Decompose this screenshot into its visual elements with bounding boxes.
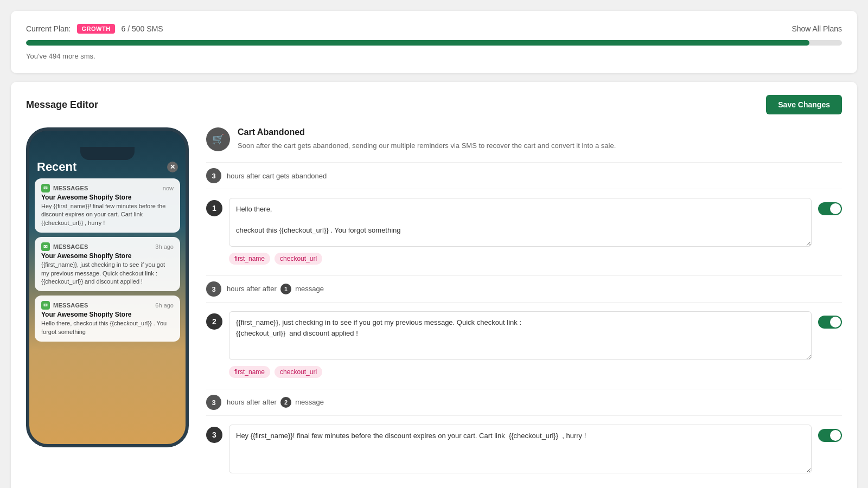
message-num-badge-2: 2 [206,313,222,330]
cart-abandoned-description: Soon after the cart gets abandoned, send… [238,140,616,151]
tag-row-2: first_name checkout_url [229,366,812,378]
editor-title: Message Editor [26,99,98,111]
notif-time-2: 3h ago [155,243,174,250]
timing-msg-num-2: 1 [280,284,291,294]
notif-text-3: Hello there, checkout this {{checkout_ur… [41,319,174,336]
tag-checkout-url-2[interactable]: checkout_url [275,366,322,378]
phone-notifications: Recent ✕ ✉ MESSAGES now Your Awesome Sho [35,147,180,346]
notif-text-2: {{first_name}}, just checking in to see … [41,261,174,286]
message-textarea-wrapper-2: {{first_name}}, just checking in to see … [229,311,812,378]
notif-store-2: Your Awesome Shopify Store [41,252,174,260]
notif-app-label-2: MESSAGES [53,243,88,250]
phone-screen: Recent ✕ ✉ MESSAGES now Your Awesome Sho [29,131,186,444]
timing-text-1: hours after cart gets abandoned [227,172,327,180]
timing-text-3: hours after after 2 message [227,397,324,408]
toggle-2[interactable] [818,316,842,329]
notif-app-2: ✉ MESSAGES [41,242,88,251]
show-all-plans-link[interactable]: Show All Plans [792,24,842,33]
toggle-track-3[interactable] [818,429,842,442]
phone-recent-label: Recent ✕ [35,160,180,174]
timing-row-3: 3 hours after after 2 message [206,389,842,416]
editor-header: Message Editor Save Changes [26,95,842,114]
notif-app-3: ✉ MESSAGES [41,301,88,310]
message-textarea-wrapper-1: Hello there, checkout this {{checkout_ur… [229,198,812,265]
message-num-badge-3: 3 [206,427,222,443]
notif-app-label-3: MESSAGES [53,302,88,309]
plan-sms-usage: 6 / 500 SMS [122,24,163,33]
toggle-3[interactable] [818,429,842,442]
messages-icon-1: ✉ [41,184,50,192]
save-changes-button[interactable]: Save Changes [766,95,842,114]
cart-abandoned-title: Cart Abandoned [238,127,616,137]
message-textarea-1[interactable]: Hello there, checkout this {{checkout_ur… [229,198,812,247]
notif-store-3: Your Awesome Shopify Store [41,311,174,318]
timing-text-2: hours after after 1 message [227,284,324,294]
tag-first-name-1[interactable]: first_name [229,253,270,265]
cart-abandoned-header: 🛒 Cart Abandoned Soon after the cart get… [206,127,842,151]
timing-msg-num-3: 2 [280,397,291,408]
toggle-track-2[interactable] [818,316,842,329]
notification-card-2: ✉ MESSAGES 3h ago Your Awesome Shopify S… [35,237,180,291]
right-panel: 🛒 Cart Abandoned Soon after the cart get… [206,127,842,486]
timing-badge-2: 3 [206,281,221,297]
timing-row-1: 3 hours after cart gets abandoned [206,162,842,189]
message-block-3: 3 Hey {{first_name}}! final few minutes … [206,425,842,475]
message-textarea-2[interactable]: {{first_name}}, just checking in to see … [229,311,812,360]
tag-checkout-url-1[interactable]: checkout_url [275,253,322,265]
message-block-1: 1 Hello there, checkout this {{checkout_… [206,198,842,265]
tag-first-name-2[interactable]: first_name [229,366,270,378]
message-block-2: 2 {{first_name}}, just checking in to se… [206,311,842,378]
plan-card: Current Plan: GROWTH 6 / 500 SMS Show Al… [11,11,857,73]
notif-time-1: now [163,185,174,191]
notif-app-1: ✉ MESSAGES [41,184,88,192]
phone-notch [80,147,135,160]
toggle-track-1[interactable] [818,202,842,215]
notif-store-1: Your Awesome Shopify Store [41,194,174,201]
cart-icon: 🛒 [206,127,230,151]
progress-bar-fill [26,40,809,46]
notification-card-1: ✉ MESSAGES now Your Awesome Shopify Stor… [35,178,180,233]
timing-badge-3: 3 [206,395,221,410]
notif-time-3: 6h ago [155,302,174,309]
messages-icon-3: ✉ [41,301,50,310]
notif-app-label-1: MESSAGES [53,185,88,191]
plan-label: Current Plan: [26,24,71,33]
plan-badge: GROWTH [77,24,114,34]
messages-icon-2: ✉ [41,242,50,251]
plan-sms-remaining: You've 494 more sms. [26,52,842,60]
recent-text: Recent [37,160,76,174]
cart-abandoned-info: Cart Abandoned Soon after the cart gets … [238,127,616,151]
toggle-1[interactable] [818,202,842,215]
notification-card-3: ✉ MESSAGES 6h ago Your Awesome Shopify S… [35,296,180,342]
message-num-badge-1: 1 [206,200,222,216]
editor-content: Recent ✕ ✉ MESSAGES now Your Awesome Sho [26,127,842,486]
progress-bar-container [26,40,842,46]
tag-row-1: first_name checkout_url [229,253,812,265]
notif-text-1: Hey {{first_name}}! final few minutes be… [41,202,174,227]
timing-badge-1: 3 [206,168,221,183]
message-textarea-3[interactable]: Hey {{first_name}}! final few minutes be… [229,425,812,473]
phone-mockup: Recent ✕ ✉ MESSAGES now Your Awesome Sho [26,127,189,447]
timing-row-2: 3 hours after after 1 message [206,275,842,303]
message-textarea-wrapper-3: Hey {{first_name}}! final few minutes be… [229,425,812,475]
message-editor-card: Message Editor Save Changes Recent ✕ [11,82,857,488]
phone-close-button[interactable]: ✕ [167,162,178,172]
